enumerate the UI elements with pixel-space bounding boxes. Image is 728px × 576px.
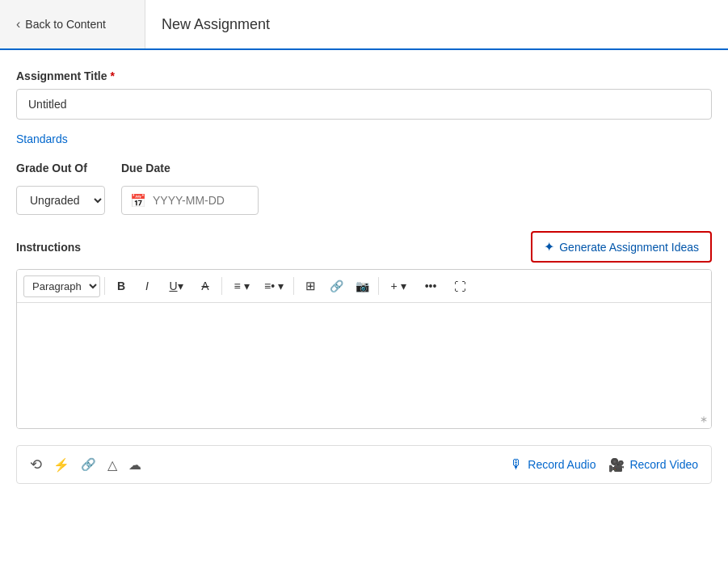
calendar-icon: 📅 [130,193,146,208]
table-button[interactable]: ⊞ [298,275,322,297]
assignment-title-input[interactable] [16,89,712,120]
page-title: New Assignment [145,0,286,48]
grade-label: Grade Out Of [16,162,105,174]
main-content: Assignment Title * Standards Grade Out O… [0,50,728,500]
record-video-button[interactable]: 🎥 Record Video [608,457,698,473]
image-button[interactable]: 📷 [350,275,374,297]
instructions-header: Instructions ✦ Generate Assignment Ideas [16,231,712,263]
embed-icon[interactable]: ⟲ [30,456,42,473]
generate-assignment-ideas-button[interactable]: ✦ Generate Assignment Ideas [531,231,712,263]
insert-plus-button[interactable]: + ▾ [383,275,414,297]
paragraph-style-select[interactable]: Paragraph Heading 1 Heading 2 Heading 3 [23,275,100,297]
generate-btn-label: Generate Assignment Ideas [559,241,699,254]
microphone-icon: 🎙 [510,457,523,472]
resize-handle[interactable]: ∗ [700,414,708,425]
due-date-group: Due Date 📅 [121,162,259,215]
record-audio-label: Record Audio [528,458,595,471]
editor-toolbar: Paragraph Heading 1 Heading 2 Heading 3 … [17,270,711,303]
back-to-content-button[interactable]: ‹ Back to Content [0,0,145,48]
link-attach-icon[interactable]: 🔗 [81,457,96,472]
standards-link[interactable]: Standards [16,132,68,145]
toolbar-divider-3 [293,277,294,295]
camera-icon: 🎥 [608,457,625,473]
cloud-icon[interactable]: ☁ [128,457,141,473]
instructions-label: Instructions [16,241,81,254]
toolbar-divider-1 [104,277,105,295]
drive-icon[interactable]: △ [107,457,117,473]
due-date-input[interactable] [153,194,250,207]
link-button[interactable]: 🔗 [324,275,348,297]
due-date-label: Due Date [121,162,259,174]
grade-out-of-group: Grade Out Of Ungraded 100 10 Pass/Fail [16,162,105,215]
record-video-label: Record Video [629,458,698,471]
grade-select[interactable]: Ungraded 100 10 Pass/Fail [16,186,105,215]
sparkle-icon: ✦ [544,239,554,254]
italic-button[interactable]: I [135,275,159,297]
fields-row: Grade Out Of Ungraded 100 10 Pass/Fail D… [16,162,712,215]
due-date-wrapper: 📅 [121,186,259,215]
align-button[interactable]: ≡ ▾ [226,275,257,297]
list-button[interactable]: ≡• ▾ [259,275,289,297]
attachment-bar: ⟲ ⚡ 🔗 △ ☁ 🎙 Record Audio 🎥 Record Video [16,445,712,484]
expand-button[interactable]: ⛶ [448,275,472,297]
editor-body[interactable]: ∗ [17,303,711,428]
required-indicator: * [110,69,114,82]
toolbar-divider-2 [221,277,222,295]
rich-text-editor: Paragraph Heading 1 Heading 2 Heading 3 … [16,269,712,429]
header: ‹ Back to Content New Assignment [0,0,728,50]
attachment-icons: ⟲ ⚡ 🔗 △ ☁ [30,456,141,473]
more-options-button[interactable]: ••• [415,275,446,297]
back-arrow-icon: ‹ [16,17,20,32]
strikethrough-button[interactable]: A [193,275,217,297]
assignment-title-label: Assignment Title * [16,69,712,82]
underline-button[interactable]: U ▾ [161,275,191,297]
back-button-label: Back to Content [25,18,106,31]
bold-button[interactable]: B [109,275,133,297]
record-audio-button[interactable]: 🎙 Record Audio [510,457,595,472]
media-buttons: 🎙 Record Audio 🎥 Record Video [510,457,698,473]
toolbar-divider-4 [378,277,379,295]
flash-icon[interactable]: ⚡ [53,457,69,473]
